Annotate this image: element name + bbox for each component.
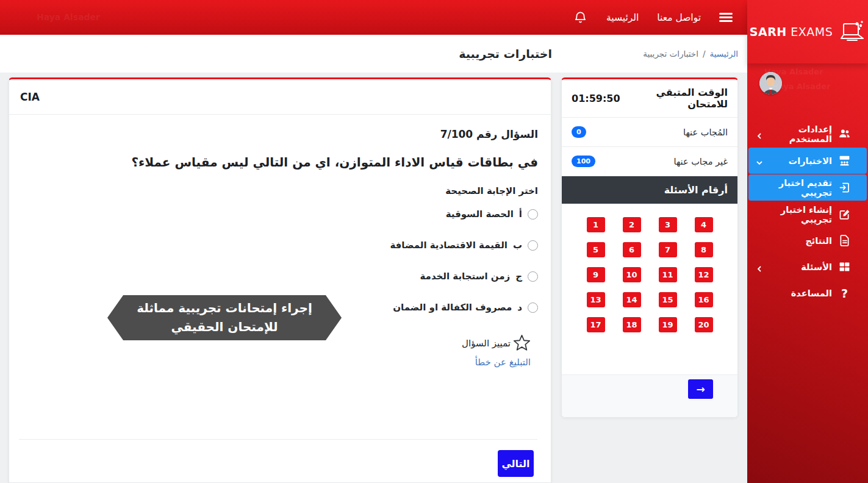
panel-footer: →: [562, 374, 737, 417]
question-number-cell[interactable]: 5: [587, 242, 605, 257]
user-block: Haya Alsader Haya Alsader: [747, 63, 868, 101]
answered-count-badge: 0: [572, 126, 586, 138]
hamburger-menu-icon[interactable]: [719, 13, 733, 22]
sidebar-item-label: إنشاء اختبار تجريبي: [767, 205, 832, 224]
answer-option[interactable]: ج زمن استجابة الخدمة: [22, 271, 538, 282]
sidebar-item-label: تقديم اختبار تجريبي: [767, 178, 832, 198]
option-letter: ج: [515, 271, 522, 282]
breadcrumb-home-link[interactable]: الرئيسية: [710, 49, 739, 59]
next-page-arrow-button[interactable]: →: [688, 379, 713, 399]
brand-logo[interactable]: SARH EXAMS: [747, 0, 868, 63]
app-root: تواصل معنا الرئيسية Haya Alsader اختبارا…: [0, 0, 868, 483]
unanswered-count-badge: 100: [572, 156, 595, 167]
question-number-cell[interactable]: 1: [587, 217, 605, 232]
question-number-cell[interactable]: 9: [587, 267, 605, 282]
tour-tooltip-line2: للإمتحان الحقيقي: [171, 318, 278, 337]
option-text: زمن استجابة الخدمة: [420, 271, 511, 282]
bell-icon[interactable]: [573, 10, 588, 25]
timer-header: الوقت المتبقي للامتحان 01:59:50: [562, 79, 737, 118]
question-number-cell[interactable]: 10: [623, 267, 641, 282]
chevron-down-icon: [756, 158, 762, 164]
exam-status-panel: الوقت المتبقي للامتحان 01:59:50 المُجاب …: [561, 77, 738, 418]
sidebar-item-questions[interactable]: الأسئلة: [748, 254, 867, 280]
question-number-cell[interactable]: 4: [695, 217, 713, 232]
radio-button-icon[interactable]: [528, 271, 538, 282]
sidebar-item-take-trial-exam[interactable]: تقديم اختبار تجريبي: [748, 174, 867, 201]
radio-button-icon[interactable]: [528, 209, 538, 220]
question-number-cell[interactable]: 16: [695, 292, 713, 307]
arrow-right-icon: →: [696, 383, 705, 395]
page-title: اختبارات تجريبية: [459, 35, 552, 73]
answered-label: المُجاب عنها: [683, 127, 728, 137]
radio-button-icon[interactable]: [528, 240, 538, 251]
choose-answer-label: اختر الإجابة الصحيحة: [22, 185, 538, 196]
sidebar-item-label: الاختبارات: [789, 156, 832, 166]
timer-value: 01:59:50: [572, 93, 620, 104]
sidebar-item-help[interactable]: ? المساعدة: [748, 280, 867, 306]
users-icon: [838, 127, 851, 140]
exam-title: CIA: [9, 79, 551, 115]
question-number-cell[interactable]: 19: [659, 317, 677, 332]
answer-option[interactable]: ب القيمة الاقتصادية المضافة: [22, 240, 538, 251]
question-number-cell[interactable]: 6: [623, 242, 641, 257]
panel-spacer: [562, 332, 737, 374]
breadcrumb-current: اختبارات تجريبية: [643, 49, 698, 59]
question-number-cell[interactable]: 13: [587, 292, 605, 307]
question-number-cell[interactable]: 3: [659, 217, 677, 232]
sidebar-item-label: إعدادات المستخدم: [767, 124, 832, 144]
create-exam-icon: [838, 208, 851, 221]
tour-tooltip: إجراء إمتحانات تجريبية مماثلة للإمتحان ا…: [107, 295, 342, 340]
answered-row: المُجاب عنها 0: [562, 118, 737, 147]
question-text: في بطاقات قياس الاداء المتوازن، اي من ال…: [22, 155, 538, 170]
submit-exam-icon: [838, 181, 851, 194]
results-icon: [838, 234, 851, 247]
breadcrumb-strip: اختبارات تجريبية الرئيسية / اختبارات تجر…: [0, 35, 747, 73]
question-number-cell[interactable]: 14: [623, 292, 641, 307]
question-number: السؤال رقم 7/100: [22, 128, 538, 140]
chevron-left-icon: [756, 131, 762, 137]
brand-name: SARH EXAMS: [750, 25, 833, 38]
question-number-cell[interactable]: 18: [623, 317, 641, 332]
topbar: تواصل معنا الرئيسية Haya Alsader: [0, 0, 747, 35]
question-number-cell[interactable]: 7: [659, 242, 677, 257]
question-number-cell[interactable]: 12: [695, 267, 713, 282]
report-error-link[interactable]: التبليغ عن خطأ: [475, 357, 531, 368]
home-link[interactable]: الرئيسية: [606, 12, 639, 23]
question-number-cell[interactable]: 2: [623, 217, 641, 232]
unanswered-label: غير مجاب عنها: [673, 157, 728, 166]
answer-option[interactable]: أ الحصة السوقية: [22, 209, 538, 220]
exams-icon: [838, 154, 851, 167]
breadcrumb-separator: /: [703, 49, 706, 59]
sidebar-item-create-trial-exam[interactable]: إنشاء اختبار تجريبي: [748, 201, 867, 227]
star-icon[interactable]: [512, 333, 532, 353]
sidebar-item-label: النتائج: [805, 236, 832, 246]
timer-label: الوقت المتبقي للامتحان: [625, 87, 728, 110]
option-letter: ب: [513, 240, 522, 251]
sidebar-item-exams[interactable]: الاختبارات: [748, 148, 867, 174]
question-number-cell[interactable]: 20: [695, 317, 713, 332]
question-numbers-header: أرقام الأسئلة: [562, 176, 737, 204]
tour-tooltip-line1: إجراء إمتحانات تجريبية مماثلة: [137, 299, 312, 318]
questions-icon: [838, 260, 851, 273]
watermark-text: Haya Alsader: [37, 12, 100, 22]
breadcrumb: الرئيسية / اختبارات تجريبية: [643, 35, 738, 73]
next-question-button[interactable]: التالي: [498, 450, 534, 477]
option-text: الحصة السوقية: [446, 209, 514, 220]
question-number-cell[interactable]: 17: [587, 317, 605, 332]
question-number-cell[interactable]: 11: [659, 267, 677, 282]
sidebar-item-user-settings[interactable]: إعدادات المستخدم: [748, 121, 867, 147]
sidebar-nav: إعدادات المستخدم الاختبارات: [747, 121, 868, 306]
unanswered-row: غير مجاب عنها 100: [562, 147, 737, 176]
question-number-cell[interactable]: 15: [659, 292, 677, 307]
radio-button-icon[interactable]: [528, 302, 538, 313]
sidebar: SARH EXAMS Haya Alsader Haya Alsader: [747, 0, 868, 483]
question-numbers-grid: 1 2 3 4 5 6 7 8 9 10 11 12: [562, 204, 737, 332]
sidebar-item-label: الأسئلة: [801, 262, 832, 272]
contact-us-link[interactable]: تواصل معنا: [657, 12, 701, 23]
user-avatar[interactable]: [759, 72, 782, 95]
option-text: القيمة الاقتصادية المضافة: [390, 240, 508, 251]
card-divider: [19, 439, 537, 440]
question-number-cell[interactable]: 8: [695, 242, 713, 257]
help-icon: ?: [838, 287, 851, 299]
sidebar-item-results[interactable]: النتائج: [748, 227, 867, 254]
